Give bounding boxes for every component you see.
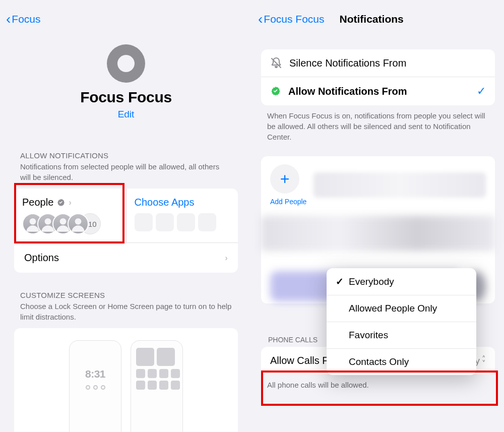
allow-card: People › +10 Choose Apps xyxy=(14,189,238,273)
checkmark-icon: ✓ xyxy=(477,85,486,98)
chevron-right-icon: › xyxy=(69,198,72,208)
nav-bar: ‹ Focus Focus Notifications xyxy=(252,0,504,29)
bell-slash-icon xyxy=(270,57,282,69)
svg-point-1 xyxy=(45,218,51,225)
left-pane: ‹ Focus Focus Focus Edit ALLOW NOTIFICAT… xyxy=(0,0,252,432)
add-people-label: Add People xyxy=(270,198,306,206)
options-row[interactable]: Options › xyxy=(14,242,238,273)
app-placeholder-icon xyxy=(135,213,153,231)
focus-hero: Focus Focus Edit xyxy=(0,29,252,125)
app-tile-icon xyxy=(171,381,180,390)
people-label: People xyxy=(22,197,53,208)
avatar-stack: +10 xyxy=(22,213,118,234)
back-chevron-icon[interactable]: ‹ xyxy=(258,12,263,26)
app-placeholder-icon xyxy=(177,213,195,231)
focus-title: Focus Focus xyxy=(0,89,252,106)
app-tile-icon xyxy=(157,348,175,366)
people-cell[interactable]: People › +10 xyxy=(14,189,126,242)
customize-header: CUSTOMIZE SCREENS Choose a Lock Screen o… xyxy=(0,273,252,322)
lock-screen-dots-icon xyxy=(75,385,116,390)
avatar-icon xyxy=(68,213,89,234)
svg-point-2 xyxy=(60,218,67,225)
app-tile-icon xyxy=(171,369,180,378)
choose-apps-cell[interactable]: Choose Apps xyxy=(126,189,238,242)
allow-notif-sub: Notifications from selected people will … xyxy=(20,161,232,182)
back-chevron-icon[interactable]: ‹ xyxy=(6,12,11,26)
popup-option-contacts[interactable]: Contacts Only xyxy=(327,349,476,375)
allow-label: Allow Notifications From xyxy=(288,86,470,97)
focus-icon xyxy=(107,44,145,83)
app-tile-icon xyxy=(159,381,168,390)
add-people-button[interactable]: + Add People xyxy=(270,164,306,206)
app-placeholder-icon xyxy=(156,213,174,231)
allow-cells: People › +10 Choose Apps xyxy=(14,189,238,242)
updown-icon: ˄˅ xyxy=(482,356,486,365)
customize-title: CUSTOMIZE SCREENS xyxy=(20,291,232,299)
popup-option-label: Favorites xyxy=(349,330,388,341)
silence-row[interactable]: Silence Notifications From xyxy=(261,49,495,77)
choose-apps-label: Choose Apps xyxy=(135,197,195,208)
notif-mode-card: Silence Notifications From Allow Notific… xyxy=(261,49,495,105)
lock-screen-time: 8:31 xyxy=(75,368,116,380)
blurred-content xyxy=(261,216,495,251)
page-title: Notifications xyxy=(340,13,404,25)
popup-option-label: Allowed People Only xyxy=(349,303,437,314)
options-label: Options xyxy=(24,252,59,264)
svg-point-3 xyxy=(75,218,82,225)
right-pane: ‹ Focus Focus Notifications Silence Noti… xyxy=(252,0,504,432)
lock-screen-preview[interactable]: 8:31 xyxy=(69,340,121,432)
app-tile-icon xyxy=(148,381,157,390)
svg-point-0 xyxy=(30,218,36,225)
back-button[interactable]: Focus xyxy=(12,13,40,25)
app-tile-icon xyxy=(159,369,168,378)
back-button[interactable]: Focus Focus xyxy=(264,13,324,25)
calls-popup: ✓ Everybody Allowed People Only Favorite… xyxy=(327,268,476,375)
popup-option-label: Contacts Only xyxy=(349,356,409,367)
edit-button[interactable]: Edit xyxy=(118,109,135,120)
home-screen-preview[interactable] xyxy=(131,340,183,432)
allow-notif-header: ALLOW NOTIFICATIONS Notifications from s… xyxy=(0,125,252,182)
popup-option-everybody[interactable]: ✓ Everybody xyxy=(327,268,476,295)
allow-row[interactable]: Allow Notifications From ✓ xyxy=(261,77,495,105)
checkmark-seal-icon xyxy=(270,86,281,97)
app-placeholder-icon xyxy=(198,213,216,231)
silence-label: Silence Notifications From xyxy=(289,57,486,69)
popup-option-favorites[interactable]: Favorites xyxy=(327,322,476,349)
customize-sub: Choose a Lock Screen or Home Screen page… xyxy=(20,301,232,322)
blurred-content xyxy=(313,172,486,198)
plus-icon: + xyxy=(270,164,299,194)
popup-option-allowed[interactable]: Allowed People Only xyxy=(327,295,476,322)
chevron-right-icon: › xyxy=(225,253,228,263)
app-placeholders xyxy=(135,213,230,231)
screens-card: 8:31 xyxy=(14,328,238,432)
app-tile-icon xyxy=(136,348,154,366)
verified-icon xyxy=(56,198,66,207)
app-tile-icon xyxy=(148,369,157,378)
allow-notif-title: ALLOW NOTIFICATIONS xyxy=(20,151,232,160)
app-tile-icon xyxy=(136,381,145,390)
calls-footer: All phone calls will be allowed. xyxy=(267,380,489,390)
popup-option-label: Everybody xyxy=(349,276,394,287)
allow-footer: When Focus Focus is on, notifications fr… xyxy=(267,110,489,142)
nav-bar: ‹ Focus xyxy=(0,0,252,29)
checkmark-icon: ✓ xyxy=(336,276,344,287)
app-tile-icon xyxy=(136,369,145,378)
